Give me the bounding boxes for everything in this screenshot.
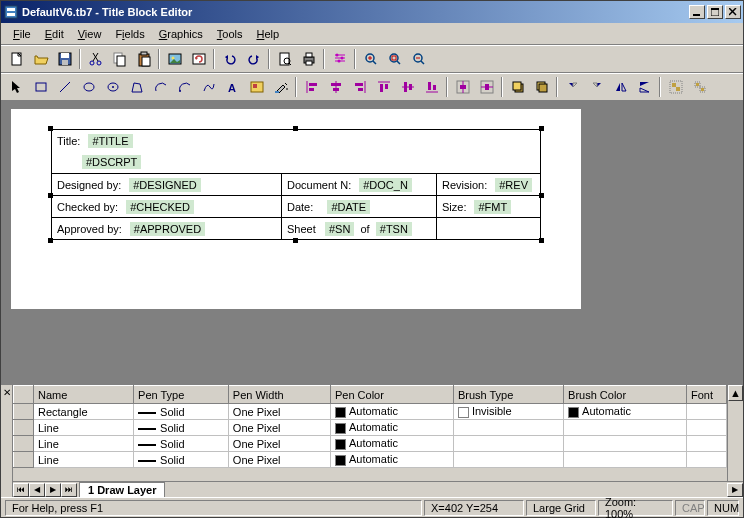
- rectangle-tool[interactable]: [29, 76, 52, 98]
- grid-row[interactable]: Line Solid One Pixel Automatic: [14, 452, 727, 468]
- save-button[interactable]: [53, 48, 76, 70]
- ellipse-center-tool[interactable]: [101, 76, 124, 98]
- paste-button[interactable]: [132, 48, 155, 70]
- checked-field[interactable]: #CHECKED: [126, 200, 194, 214]
- align-center-h-button[interactable]: [324, 76, 347, 98]
- revision-field[interactable]: #REV: [495, 178, 532, 192]
- app-icon: [3, 4, 19, 20]
- menu-file[interactable]: File: [7, 26, 37, 42]
- select-tool[interactable]: [5, 76, 28, 98]
- group-button[interactable]: [664, 76, 687, 98]
- send-back-button[interactable]: [530, 76, 553, 98]
- close-button[interactable]: [725, 5, 741, 19]
- zoom-fit-button[interactable]: [383, 48, 406, 70]
- sheet-total-field[interactable]: #TSN: [376, 222, 412, 236]
- center-page-h-button[interactable]: [451, 76, 474, 98]
- text-tool[interactable]: A: [221, 76, 244, 98]
- svg-rect-29: [306, 61, 312, 65]
- line-tool[interactable]: [53, 76, 76, 98]
- properties-button[interactable]: [328, 48, 351, 70]
- svg-point-15: [97, 61, 101, 65]
- preview-button[interactable]: [273, 48, 296, 70]
- approved-field[interactable]: #APPROVED: [130, 222, 205, 236]
- align-left-button[interactable]: [300, 76, 323, 98]
- color-tool[interactable]: [269, 76, 292, 98]
- align-right-button[interactable]: [348, 76, 371, 98]
- sheet-n-field[interactable]: #SN: [325, 222, 354, 236]
- grid-row[interactable]: Line Solid One Pixel Automatic: [14, 436, 727, 452]
- image-button[interactable]: [163, 48, 186, 70]
- tab-next-button[interactable]: ▶: [45, 483, 61, 497]
- panel-close-button[interactable]: ✕: [1, 385, 13, 497]
- descr-field[interactable]: #DSCRPT: [82, 155, 141, 169]
- title-block[interactable]: Title:#TITLE #DSCRPT Designed by:#DESIGN…: [51, 129, 541, 240]
- date-field[interactable]: #DATE: [327, 200, 370, 214]
- redo-button[interactable]: [242, 48, 265, 70]
- arc2-tool[interactable]: [173, 76, 196, 98]
- col-brushtype[interactable]: Brush Type: [453, 386, 563, 404]
- col-brushcolor[interactable]: Brush Color: [564, 386, 687, 404]
- polygon-tool[interactable]: [125, 76, 148, 98]
- bring-front-button[interactable]: [506, 76, 529, 98]
- object-grid[interactable]: Name Pen Type Pen Width Pen Color Brush …: [13, 385, 743, 481]
- flip-h-button[interactable]: [609, 76, 632, 98]
- col-font[interactable]: Font: [687, 386, 727, 404]
- layer-tab[interactable]: 1 Draw Layer: [79, 482, 165, 498]
- copy-button[interactable]: [108, 48, 131, 70]
- size-field[interactable]: #FMT: [474, 200, 511, 214]
- maximize-button[interactable]: [707, 5, 723, 19]
- menu-fields[interactable]: Fields: [109, 26, 150, 42]
- new-button[interactable]: [5, 48, 28, 70]
- grid-vertical-scrollbar[interactable]: ▲: [727, 385, 743, 481]
- scroll-right-button[interactable]: ▶: [727, 483, 743, 497]
- col-name[interactable]: Name: [34, 386, 134, 404]
- svg-line-47: [60, 82, 70, 92]
- svg-rect-64: [358, 88, 363, 91]
- menu-edit[interactable]: Edit: [39, 26, 70, 42]
- col-penwidth[interactable]: Pen Width: [228, 386, 330, 404]
- tab-last-button[interactable]: ⏭: [61, 483, 77, 497]
- menu-graphics[interactable]: Graphics: [153, 26, 209, 42]
- print-button[interactable]: [297, 48, 320, 70]
- designed-field[interactable]: #DESIGNED: [129, 178, 201, 192]
- zoom-out-button[interactable]: [407, 48, 430, 70]
- undo-button[interactable]: [218, 48, 241, 70]
- arc-tool[interactable]: [149, 76, 172, 98]
- svg-rect-54: [253, 84, 257, 88]
- menu-view[interactable]: View: [72, 26, 108, 42]
- document-field[interactable]: #DOC_N: [359, 178, 412, 192]
- grid-row[interactable]: Rectangle Solid One Pixel Automatic Invi…: [14, 404, 727, 420]
- refresh-button[interactable]: [187, 48, 210, 70]
- zoom-in-button[interactable]: [359, 48, 382, 70]
- align-bottom-button[interactable]: [420, 76, 443, 98]
- rotate-left-button[interactable]: [561, 76, 584, 98]
- align-middle-button[interactable]: [396, 76, 419, 98]
- ellipse-tool[interactable]: [77, 76, 100, 98]
- workspace[interactable]: Title:#TITLE #DSCRPT Designed by:#DESIGN…: [1, 101, 743, 383]
- align-top-button[interactable]: [372, 76, 395, 98]
- curve-tool[interactable]: [197, 76, 220, 98]
- date-label: Date:: [287, 201, 313, 213]
- cut-button[interactable]: [84, 48, 107, 70]
- menu-tools[interactable]: Tools: [211, 26, 249, 42]
- fill-tool[interactable]: [245, 76, 268, 98]
- ungroup-button[interactable]: [688, 76, 711, 98]
- center-page-v-button[interactable]: [475, 76, 498, 98]
- col-pencolor[interactable]: Pen Color: [330, 386, 453, 404]
- tab-first-button[interactable]: ⏮: [13, 483, 29, 497]
- approved-label: Approved by:: [57, 223, 122, 235]
- flip-v-button[interactable]: [633, 76, 656, 98]
- title-field[interactable]: #TITLE: [88, 134, 132, 148]
- svg-rect-11: [62, 60, 68, 65]
- rotate-right-button[interactable]: [585, 76, 608, 98]
- grid-row[interactable]: Line Solid One Pixel Automatic: [14, 420, 727, 436]
- svg-rect-61: [333, 88, 339, 91]
- svg-rect-19: [141, 52, 147, 55]
- open-button[interactable]: [29, 48, 52, 70]
- col-pentype[interactable]: Pen Type: [134, 386, 229, 404]
- minimize-button[interactable]: [689, 5, 705, 19]
- tab-prev-button[interactable]: ◀: [29, 483, 45, 497]
- menubar: File Edit View Fields Graphics Tools Hel…: [1, 23, 743, 45]
- menu-help[interactable]: Help: [250, 26, 285, 42]
- drawing-canvas[interactable]: Title:#TITLE #DSCRPT Designed by:#DESIGN…: [11, 109, 581, 309]
